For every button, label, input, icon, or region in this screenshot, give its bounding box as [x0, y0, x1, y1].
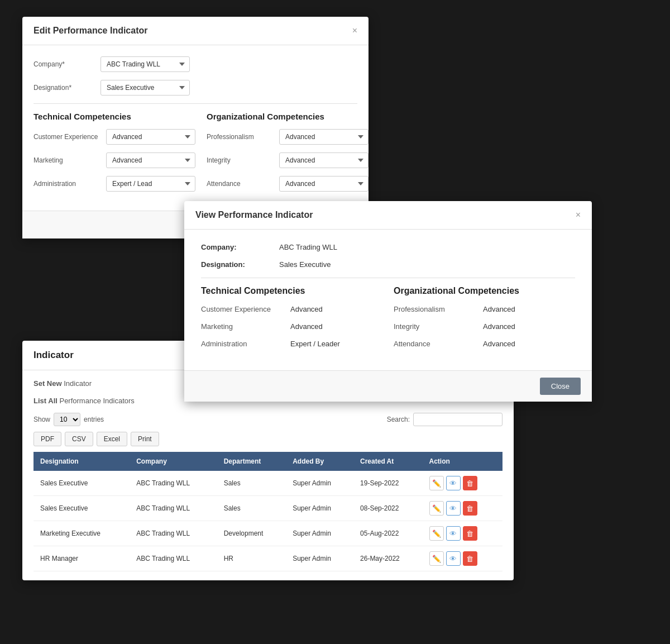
view-org-value-1: Advanced	[483, 322, 515, 331]
search-box: Search:	[387, 413, 502, 426]
view-company-label: Company:	[201, 243, 279, 251]
delete-button[interactable]: 🗑	[463, 526, 477, 541]
cell-department: Development	[217, 521, 286, 546]
tech-select-2[interactable]: Expert / Lead	[106, 176, 195, 192]
excel-button[interactable]: Excel	[97, 432, 127, 446]
view-modal-header: View Performance Indicator ×	[184, 201, 592, 230]
view-button[interactable]: 👁	[446, 476, 461, 490]
cell-created-at: 08-Sep-2022	[353, 496, 422, 521]
tech-row-1: Marketing Advanced	[34, 152, 195, 168]
table-header-row: Designation Company Department Added By …	[34, 452, 502, 471]
delete-button[interactable]: 🗑	[463, 551, 477, 566]
technical-col: Technical Competencies Customer Experien…	[34, 112, 195, 199]
view-tech-value-2: Expert / Leader	[290, 340, 340, 348]
cell-added-by: Super Admin	[286, 471, 353, 496]
delete-button[interactable]: 🗑	[463, 501, 477, 516]
edit-modal-body: Company* ABC Trading WLL Designation* Sa…	[22, 45, 368, 211]
show-label: Show	[34, 416, 50, 423]
table-row: Sales Executive ABC Trading WLL Sales Su…	[34, 471, 502, 496]
cell-added-by: Super Admin	[286, 521, 353, 546]
view-tech-value-1: Advanced	[290, 322, 323, 331]
csv-button[interactable]: CSV	[65, 432, 93, 446]
edit-modal-close-button[interactable]: ×	[352, 26, 357, 36]
cell-company: ABC Trading WLL	[130, 546, 217, 571]
set-new-button[interactable]: Set New Indicator	[34, 379, 92, 388]
view-org-label-2: Attendance	[394, 340, 483, 348]
cell-company: ABC Trading WLL	[130, 471, 217, 496]
pdf-button[interactable]: PDF	[34, 432, 61, 446]
org-select-2[interactable]: Advanced	[279, 176, 368, 192]
edit-button[interactable]: ✏️	[429, 526, 444, 541]
org-row-1: Integrity Advanced	[207, 152, 368, 168]
view-company-value: ABC Trading WLL	[279, 243, 337, 251]
export-buttons: PDF CSV Excel Print	[34, 432, 502, 446]
cell-action: ✏️ 👁 🗑	[423, 496, 502, 521]
tech-select-0[interactable]: Advanced	[106, 129, 195, 145]
competencies-grid: Technical Competencies Customer Experien…	[34, 112, 357, 199]
tech-label-2: Administration	[34, 180, 106, 188]
tech-label-0: Customer Experience	[34, 133, 106, 141]
designation-label: Designation*	[34, 84, 100, 92]
entries-select[interactable]: 10 25 50	[54, 413, 80, 426]
table-head: Designation Company Department Added By …	[34, 452, 502, 471]
view-divider	[201, 278, 575, 278]
print-button[interactable]: Print	[131, 432, 159, 446]
tech-row-0: Customer Experience Advanced	[34, 129, 195, 145]
view-tech-row-1: Marketing Advanced	[201, 322, 382, 331]
view-designation-value: Sales Executive	[279, 260, 331, 269]
delete-button[interactable]: 🗑	[463, 476, 477, 490]
designation-field: Designation* Sales Executive	[34, 80, 357, 96]
view-org-row-1: Integrity Advanced	[394, 322, 575, 331]
view-button[interactable]: 👁	[446, 551, 461, 566]
view-modal-footer: Close	[184, 370, 592, 402]
indicators-table: Designation Company Department Added By …	[34, 452, 502, 571]
view-modal-body: Company: ABC Trading WLL Designation: Sa…	[184, 230, 592, 370]
divider	[34, 103, 357, 104]
view-button[interactable]: 👁	[446, 501, 461, 516]
view-org-value-0: Advanced	[483, 305, 515, 313]
tech-label-1: Marketing	[34, 156, 106, 164]
cell-designation: Sales Executive	[34, 471, 130, 496]
show-entries: Show 10 25 50 entries	[34, 413, 104, 426]
list-all-suffix: Performance Indicators	[58, 397, 135, 405]
col-action: Action	[423, 452, 502, 471]
edit-button[interactable]: ✏️	[429, 476, 444, 490]
view-modal: View Performance Indicator × Company: AB…	[184, 201, 592, 402]
action-buttons: ✏️ 👁 🗑	[429, 501, 496, 516]
panel-body: Set New Indicator List All Performance I…	[22, 370, 514, 580]
edit-button[interactable]: ✏️	[429, 551, 444, 566]
action-buttons: ✏️ 👁 🗑	[429, 551, 496, 566]
view-technical-col: Technical Competencies Customer Experien…	[201, 286, 382, 357]
designation-select[interactable]: Sales Executive	[100, 80, 190, 96]
view-competencies-grid: Technical Competencies Customer Experien…	[201, 286, 575, 357]
view-close-button[interactable]: Close	[540, 378, 581, 395]
table-row: Marketing Executive ABC Trading WLL Deve…	[34, 521, 502, 546]
cell-department: Sales	[217, 471, 286, 496]
organizational-title: Organizational Competencies	[207, 112, 368, 121]
view-designation-label: Designation:	[201, 260, 279, 269]
view-org-row-2: Attendance Advanced	[394, 340, 575, 348]
org-select-0[interactable]: Advanced	[279, 129, 368, 145]
col-created-at: Created At	[353, 452, 422, 471]
company-select[interactable]: ABC Trading WLL	[100, 56, 190, 72]
company-field: Company* ABC Trading WLL	[34, 56, 357, 72]
tech-select-1[interactable]: Advanced	[106, 152, 195, 168]
cell-created-at: 05-Aug-2022	[353, 521, 422, 546]
org-select-1[interactable]: Advanced	[279, 152, 368, 168]
cell-designation: HR Manager	[34, 546, 130, 571]
edit-button[interactable]: ✏️	[429, 501, 444, 516]
action-buttons: ✏️ 👁 🗑	[429, 526, 496, 541]
view-modal-title: View Performance Indicator	[195, 210, 313, 220]
org-row-2: Attendance Advanced	[207, 176, 368, 192]
view-modal-close-button[interactable]: ×	[576, 210, 581, 220]
list-all-label: List All	[34, 397, 58, 405]
col-designation: Designation	[34, 452, 130, 471]
search-input[interactable]	[413, 413, 502, 426]
view-button[interactable]: 👁	[446, 526, 461, 541]
company-label: Company*	[34, 60, 100, 68]
cell-added-by: Super Admin	[286, 546, 353, 571]
entries-label: entries	[84, 416, 104, 423]
edit-modal-title: Edit Performance Indicator	[34, 26, 148, 36]
table-row: HR Manager ABC Trading WLL HR Super Admi…	[34, 546, 502, 571]
view-org-value-2: Advanced	[483, 340, 515, 348]
